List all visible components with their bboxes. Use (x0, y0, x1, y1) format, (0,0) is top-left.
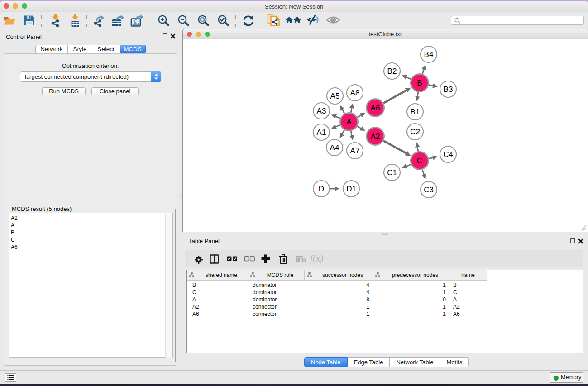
svg-text:D1: D1 (346, 185, 356, 193)
svg-text:A4: A4 (330, 143, 339, 152)
svg-text:A: A (346, 118, 352, 126)
svg-text:C2: C2 (410, 128, 420, 136)
svg-text:C3: C3 (424, 186, 434, 194)
svg-text:A8: A8 (350, 89, 360, 97)
svg-text:B2: B2 (387, 67, 397, 76)
svg-text:C4: C4 (443, 150, 453, 159)
svg-text:A3: A3 (317, 107, 326, 115)
svg-text:B: B (417, 79, 422, 87)
svg-text:A7: A7 (350, 147, 360, 155)
svg-text:A6: A6 (371, 104, 380, 112)
svg-text:C: C (417, 157, 422, 165)
svg-text:B1: B1 (411, 108, 420, 116)
svg-text:B4: B4 (424, 50, 434, 59)
svg-text:D: D (319, 185, 324, 193)
svg-text:A2: A2 (371, 132, 380, 141)
svg-text:A1: A1 (317, 128, 326, 137)
svg-text:C1: C1 (387, 168, 397, 177)
svg-text:B3: B3 (444, 85, 453, 94)
svg-text:A5: A5 (330, 92, 340, 100)
